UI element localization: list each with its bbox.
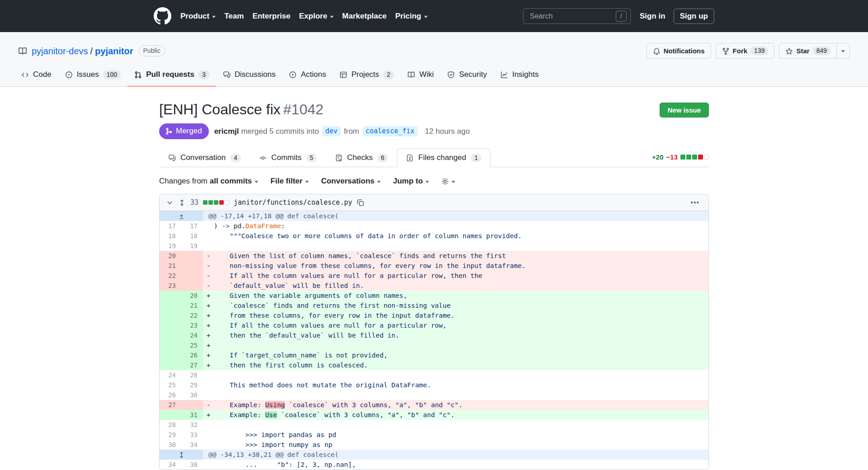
new-line-number[interactable]	[181, 400, 203, 410]
notifications-button[interactable]: Notifications	[646, 43, 711, 59]
repo-owner-link[interactable]: pyjanitor-devs	[32, 46, 88, 56]
old-line-number[interactable]	[160, 310, 181, 320]
diff-marker: +	[203, 340, 214, 350]
repo-tab-discussions[interactable]: Discussions	[216, 64, 283, 87]
old-line-number[interactable]: 23	[160, 281, 181, 291]
new-line-number[interactable]: 18	[181, 231, 203, 241]
chevron-down-icon	[452, 181, 455, 185]
github-logo-icon[interactable]	[154, 7, 171, 25]
new-line-number[interactable]: 22	[181, 310, 203, 320]
old-line-number[interactable]: 26	[160, 390, 181, 400]
new-line-number[interactable]: 20	[181, 291, 203, 301]
new-line-number[interactable]: 28	[181, 370, 203, 380]
new-line-number[interactable]: 26	[181, 350, 203, 360]
repo-tab-security[interactable]: Security	[440, 64, 493, 87]
pr-number: #1042	[283, 101, 324, 118]
changes-from-dropdown[interactable]: Changes from all commits	[159, 177, 258, 186]
old-line-number[interactable]	[160, 330, 181, 340]
old-line-number[interactable]: 34	[160, 460, 181, 470]
old-line-number[interactable]	[160, 301, 181, 310]
search-box[interactable]: /	[523, 8, 631, 24]
repo-tab-insights[interactable]: Insights	[494, 64, 546, 87]
new-line-number[interactable]: 33	[181, 430, 203, 440]
repo-name-link[interactable]: pyjanitor	[95, 46, 133, 56]
pr-tab-conversation[interactable]: Conversation4	[159, 148, 250, 167]
grabber-icon[interactable]	[178, 198, 186, 207]
old-line-number[interactable]: 25	[160, 380, 181, 390]
new-line-number[interactable]: 31	[181, 410, 203, 420]
old-line-number[interactable]: 27	[160, 400, 181, 410]
repo-tab-actions[interactable]: Actions	[282, 64, 333, 87]
new-line-number[interactable]: 27	[181, 360, 203, 370]
conversations-dropdown[interactable]: Conversations	[321, 177, 381, 186]
repo-tab-code[interactable]: Code	[14, 64, 58, 87]
old-line-number[interactable]: 24	[160, 370, 181, 380]
new-line-number[interactable]: 30	[181, 390, 203, 400]
star-dropdown-button[interactable]	[836, 43, 850, 59]
new-line-number[interactable]	[181, 281, 203, 291]
old-line-number[interactable]: 17	[160, 221, 181, 231]
pr-author-link[interactable]: ericmjl	[214, 127, 239, 136]
kebab-menu-button[interactable]: ⋯	[689, 198, 702, 207]
star-button[interactable]: Star 849	[779, 43, 837, 59]
expand-hunk-button[interactable]	[160, 211, 203, 221]
pr-tab-checks[interactable]: Checks6	[326, 148, 397, 167]
diff-marker: +	[203, 291, 214, 301]
new-line-number[interactable]: 19	[181, 241, 203, 251]
file-path-link[interactable]: janitor/functions/coalesce.py	[234, 198, 352, 207]
old-line-number[interactable]: 19	[160, 241, 181, 251]
new-line-number[interactable]: 17	[181, 221, 203, 231]
new-issue-button[interactable]: New issue	[660, 103, 709, 118]
old-line-number[interactable]: 29	[160, 430, 181, 440]
repo-tab-projects[interactable]: Projects2	[333, 64, 401, 87]
nav-item-team[interactable]: Team	[224, 12, 244, 21]
repo-tab-pull-requests[interactable]: Pull requests3	[127, 64, 216, 87]
nav-item-enterprise[interactable]: Enterprise	[252, 12, 290, 21]
jump-to-dropdown[interactable]: Jump to	[393, 177, 429, 186]
old-line-number[interactable]	[160, 340, 181, 350]
diff-row: 3438 ... "b": [2, 3, np.nan],	[160, 460, 708, 470]
sign-in-link[interactable]: Sign in	[640, 12, 665, 21]
old-line-number[interactable]	[160, 291, 181, 301]
file-filter-dropdown[interactable]: File filter	[270, 177, 309, 186]
repo-tab-issues[interactable]: Issues100	[58, 64, 128, 87]
expand-hunk-button[interactable]	[160, 450, 203, 460]
pr-tab-files-changed[interactable]: Files changed1	[397, 148, 491, 167]
old-line-number[interactable]: 20	[160, 251, 181, 261]
fork-button[interactable]: Fork 139	[716, 43, 775, 59]
pr-tab-commits[interactable]: Commits5	[250, 148, 326, 167]
copy-path-icon[interactable]	[357, 198, 364, 207]
head-branch-label[interactable]: coalesce_fix	[363, 126, 418, 136]
old-line-number[interactable]	[160, 360, 181, 370]
new-line-number[interactable]: 25	[181, 340, 203, 350]
old-line-number[interactable]: 30	[160, 440, 181, 450]
nav-item-pricing[interactable]: Pricing	[395, 12, 428, 21]
old-line-number[interactable]	[160, 320, 181, 330]
repo-tab-wiki[interactable]: Wiki	[401, 64, 440, 87]
old-line-number[interactable]: 18	[160, 231, 181, 241]
new-line-number[interactable]: 24	[181, 330, 203, 340]
nav-item-product[interactable]: Product	[180, 12, 216, 21]
sign-up-button[interactable]: Sign up	[674, 9, 714, 24]
new-line-number[interactable]: 38	[181, 460, 203, 470]
base-branch-label[interactable]: dev	[322, 126, 340, 136]
new-line-number[interactable]: 34	[181, 440, 203, 450]
nav-item-explore[interactable]: Explore	[299, 12, 333, 21]
new-line-number[interactable]	[181, 271, 203, 281]
old-line-number[interactable]: 22	[160, 271, 181, 281]
old-line-number[interactable]: 21	[160, 261, 181, 271]
old-line-number[interactable]: 28	[160, 420, 181, 430]
new-line-number[interactable]: 32	[181, 420, 203, 430]
nav-item-marketplace[interactable]: Marketplace	[342, 12, 387, 21]
search-input[interactable]	[529, 12, 616, 21]
new-line-number[interactable]: 23	[181, 320, 203, 330]
code-line: >>> import numpy as np	[214, 440, 708, 450]
old-line-number[interactable]	[160, 410, 181, 420]
new-line-number[interactable]: 29	[181, 380, 203, 390]
new-line-number[interactable]	[181, 251, 203, 261]
diff-settings-button[interactable]	[441, 177, 455, 186]
new-line-number[interactable]: 21	[181, 301, 203, 310]
collapse-file-button[interactable]	[166, 198, 174, 207]
old-line-number[interactable]	[160, 350, 181, 360]
new-line-number[interactable]	[181, 261, 203, 271]
